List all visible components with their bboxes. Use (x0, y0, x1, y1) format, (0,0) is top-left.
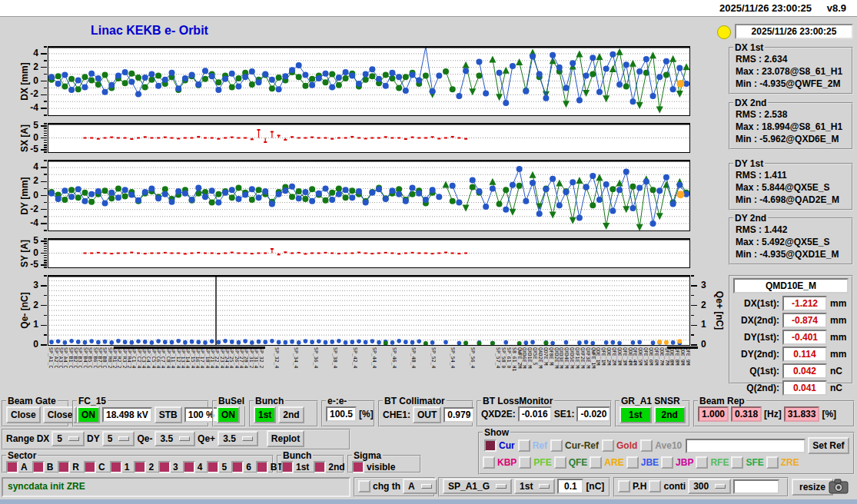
sector-a-checkbox[interactable] (6, 461, 18, 473)
stats-title: DY 1st (733, 158, 765, 169)
show-sfe-checkbox[interactable] (731, 456, 743, 469)
sector-1-checkbox[interactable] (110, 461, 122, 473)
che1-state-button[interactable]: OUT (413, 406, 441, 423)
bpm-name-label: SP_A3_C (58, 347, 63, 393)
set-ref-button[interactable]: Set Ref (808, 437, 849, 454)
range-dy-menu[interactable]: 5 (102, 431, 135, 446)
range-dx-menu[interactable]: 5 (51, 431, 85, 446)
sector-4-item: 4 (183, 461, 203, 473)
points-menu[interactable]: 300 (688, 479, 731, 494)
se1-label: SE1: (554, 409, 575, 419)
qmd-monitor-box: QMD10E_M DX(1st):-1.212mmDX(2nd):-0.874m… (729, 275, 853, 384)
sp-bunch-value: 1st (520, 481, 533, 492)
threshold-field[interactable]: 0.1 (557, 479, 583, 494)
show-ave10-checkbox[interactable] (640, 439, 653, 452)
checkbox-label: 4 (198, 462, 203, 472)
show-gold-checkbox[interactable] (602, 439, 614, 452)
beam-rep-hz-unit: [Hz] (764, 409, 782, 419)
show-pfe-item: PFE (519, 456, 551, 469)
bpm-name-label: SP_C3_4 (141, 347, 146, 393)
stats-title: DX 2nd (733, 98, 768, 108)
busel-on-button[interactable]: ON (217, 406, 240, 423)
plot-options-group: P.H conti 300 (613, 477, 789, 497)
qxd2e-readout: -0.016 (518, 406, 552, 422)
sigma-visible-item: visible (352, 461, 395, 473)
kekb-orbit-window: 2025/11/26 23:00:25 v8.9 Linac KEKB e- O… (0, 0, 857, 504)
bunch-1st-button[interactable]: 1st (254, 406, 276, 423)
show-ref-checkbox[interactable] (518, 439, 530, 452)
ph-checkbox[interactable] (618, 480, 630, 492)
axis-tick-label: -2 (12, 88, 38, 99)
checkbox-label: C (98, 462, 105, 472)
bpm-name-label: QFE_6M (653, 347, 659, 393)
sector-r-checkbox[interactable] (58, 461, 70, 473)
range-qem-menu[interactable]: 3.5 (154, 431, 195, 446)
beam-gate-close-button-1[interactable]: Close (6, 406, 41, 423)
axis-tick (44, 267, 47, 268)
bunch-2nd-checkbox[interactable] (314, 461, 326, 473)
bpm-name-label: QXD3E_M (558, 347, 563, 393)
fc15-voltage-field[interactable]: 18.498 kV (102, 407, 152, 423)
y-axis-label: SY [A] (19, 240, 30, 267)
show-cur-checkbox[interactable] (484, 439, 497, 452)
conti-checkbox[interactable] (649, 480, 661, 492)
group-label: Beam Gate (6, 396, 58, 406)
axis-tick (44, 149, 47, 151)
interval-input[interactable] (733, 479, 779, 494)
group-label: Show (483, 427, 510, 438)
sigma-visible-checkbox[interactable] (352, 461, 364, 473)
axis-tick (44, 238, 47, 240)
show-qfe-checkbox[interactable] (554, 456, 566, 469)
ref-name-input[interactable] (686, 439, 806, 453)
show-are-checkbox[interactable] (590, 456, 602, 469)
show-jbp-checkbox[interactable] (661, 456, 673, 469)
sector-3-checkbox[interactable] (158, 461, 171, 473)
sector-c-item: C (84, 461, 105, 473)
th-sector-menu[interactable]: A (403, 479, 437, 494)
range-group: Range DX 5 DY 5 Qe- 3.5 Qe+ 3.5 Replot (2, 429, 350, 450)
gra1-2nd-button[interactable]: 2nd (654, 406, 686, 423)
bunch-2nd-button[interactable]: 2nd (278, 406, 304, 423)
sector-4-checkbox[interactable] (183, 461, 195, 473)
gra1-1st-button[interactable]: 1st (619, 406, 652, 423)
sector-c-checkbox[interactable] (84, 461, 96, 473)
resize-button[interactable]: resize (792, 479, 833, 496)
axis-tick (41, 181, 47, 183)
max-value: Max : 5.492@QX5E_S (736, 237, 850, 248)
axis-tick (44, 125, 47, 127)
sp-monitor-menu[interactable]: SP_A1_G (443, 479, 512, 494)
show-zre-checkbox[interactable] (766, 456, 779, 469)
bunch-1st-checkbox[interactable] (281, 461, 294, 473)
group-label: Bunch (254, 396, 285, 406)
range-label: Range (6, 433, 35, 444)
rms-value: RMS : 1.442 (736, 224, 850, 236)
show-cur-ref-checkbox[interactable] (550, 439, 563, 452)
fc15-stb-button[interactable]: STB (154, 406, 182, 423)
show-rfe-checkbox[interactable] (696, 456, 708, 469)
checkbox-label: JBP (676, 457, 693, 468)
sector-2-checkbox[interactable] (134, 461, 146, 473)
sector-b-checkbox[interactable] (32, 461, 45, 473)
show-kbp-checkbox[interactable] (483, 456, 495, 469)
fc15-on-button[interactable]: ON (77, 406, 100, 423)
sector-3-item: 3 (158, 461, 178, 473)
bpm-name-label: SP_R0_2 (107, 347, 112, 393)
screenshot-camera-button[interactable] (829, 478, 849, 498)
sp-bunch-menu[interactable]: 1st (514, 479, 555, 494)
show-jbe-checkbox[interactable] (626, 456, 639, 469)
sector-bt-checkbox[interactable] (256, 461, 268, 473)
show-pfe-checkbox[interactable] (519, 456, 531, 469)
qxd2e-label: QXD2E: (481, 409, 516, 419)
bpm-name-label: QXF1E_M (574, 347, 580, 393)
chg-th-checkbox[interactable] (358, 480, 370, 492)
axis-tick (691, 285, 697, 287)
bpm-name-label: SP_32_4 (274, 347, 279, 393)
range-qep-menu[interactable]: 3.5 (218, 431, 258, 446)
sector-6-checkbox[interactable] (231, 461, 244, 473)
group-label: BT LossMonitor (481, 396, 554, 406)
ee-ratio-field[interactable]: 100.5 (326, 406, 357, 422)
show-ave10-item: Ave10 (640, 439, 682, 452)
replot-button[interactable]: Replot (267, 430, 304, 447)
sector-5-checkbox[interactable] (207, 461, 219, 473)
titlebar-version: v8.9 (827, 2, 846, 14)
